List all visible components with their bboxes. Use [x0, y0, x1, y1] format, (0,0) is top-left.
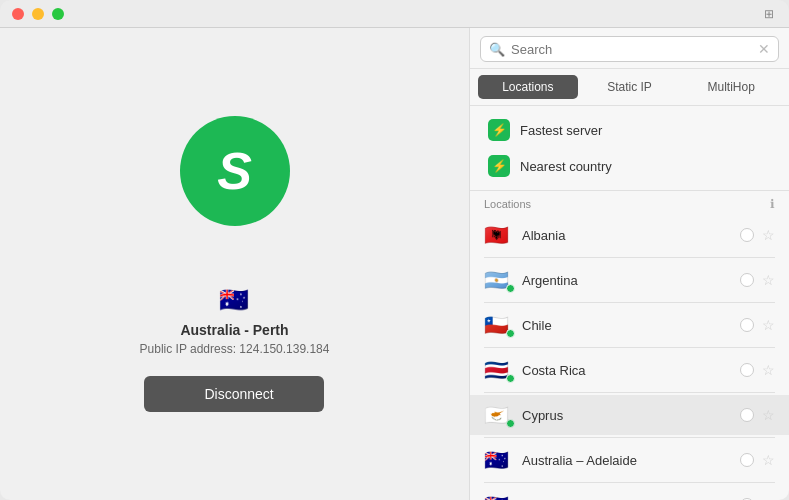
maximize-button[interactable] — [52, 8, 64, 20]
divider — [484, 482, 775, 483]
chile-actions: ☆ — [740, 317, 775, 333]
location-chile: Chile — [522, 318, 730, 333]
list-item[interactable]: 🇨🇾 Cyprus ☆ — [470, 395, 789, 435]
list-item[interactable]: 🇦🇷 Argentina ☆ — [470, 260, 789, 300]
adelaide-actions: ☆ — [740, 452, 775, 468]
locations-header: Locations ℹ — [470, 191, 789, 215]
list-item[interactable]: 🇦🇺 Australia – Adelaide ☆ — [470, 440, 789, 480]
flag-albania: 🇦🇱 — [484, 223, 512, 247]
connected-location: Australia - Perth — [180, 322, 288, 338]
costa-rica-favorite[interactable]: ☆ — [762, 362, 775, 378]
tab-static-ip[interactable]: Static IP — [580, 75, 680, 99]
adelaide-favorite[interactable]: ☆ — [762, 452, 775, 468]
title-bar: ⊞ — [0, 0, 789, 28]
tabs-bar: Locations Static IP MultiHop — [470, 69, 789, 106]
fastest-server-label: Fastest server — [520, 123, 602, 138]
search-icon: 🔍 — [489, 42, 505, 57]
divider — [484, 302, 775, 303]
flag-cyprus: 🇨🇾 — [484, 403, 512, 427]
costa-rica-select[interactable] — [740, 363, 754, 377]
albania-favorite[interactable]: ☆ — [762, 227, 775, 243]
clear-search-icon[interactable]: ✕ — [758, 41, 770, 57]
flag-argentina: 🇦🇷 — [484, 268, 512, 292]
close-button[interactable] — [12, 8, 24, 20]
list-item[interactable]: 🇨🇷 Costa Rica ☆ — [470, 350, 789, 390]
quick-options: ⚡ Fastest server ⚡ Nearest country — [470, 106, 789, 191]
bolt-icon-fastest: ⚡ — [488, 119, 510, 141]
logo-letter: S — [217, 145, 252, 197]
location-argentina: Argentina — [522, 273, 730, 288]
left-panel: S 🇦🇺 Australia - Perth Public IP address… — [0, 28, 469, 500]
minimize-button[interactable] — [32, 8, 44, 20]
divider — [484, 392, 775, 393]
argentina-favorite[interactable]: ☆ — [762, 272, 775, 288]
bolt-icon-nearest: ⚡ — [488, 155, 510, 177]
right-panel: 🔍 ✕ Locations Static IP MultiHop ⚡ Faste… — [469, 28, 789, 500]
chile-select[interactable] — [740, 318, 754, 332]
tab-locations[interactable]: Locations — [478, 75, 578, 99]
nearest-country-label: Nearest country — [520, 159, 612, 174]
location-list: 🇦🇱 Albania ☆ 🇦🇷 Argentina ☆ — [470, 215, 789, 500]
adelaide-select[interactable] — [740, 453, 754, 467]
connected-flag: 🇦🇺 — [219, 286, 249, 314]
window-icon: ⊞ — [761, 6, 777, 22]
argentina-actions: ☆ — [740, 272, 775, 288]
chile-favorite[interactable]: ☆ — [762, 317, 775, 333]
location-australia-adelaide: Australia – Adelaide — [522, 453, 730, 468]
nearest-country-option[interactable]: ⚡ Nearest country — [480, 148, 779, 184]
divider — [484, 437, 775, 438]
albania-select[interactable] — [740, 228, 754, 242]
ip-address: Public IP address: 124.150.139.184 — [140, 342, 330, 356]
search-input[interactable] — [511, 42, 758, 57]
location-costa-rica: Costa Rica — [522, 363, 730, 378]
divider — [484, 347, 775, 348]
flag-australia-perth: 🇦🇺 — [484, 493, 512, 500]
cyprus-actions: ☆ — [740, 407, 775, 423]
flag-costa-rica: 🇨🇷 — [484, 358, 512, 382]
list-item[interactable]: 🇦🇱 Albania ☆ — [470, 215, 789, 255]
search-input-wrap: 🔍 ✕ — [480, 36, 779, 62]
app-logo: S — [180, 116, 290, 226]
location-cyprus: Cyprus — [522, 408, 730, 423]
flag-australia-adelaide: 🇦🇺 — [484, 448, 512, 472]
fastest-server-option[interactable]: ⚡ Fastest server — [480, 112, 779, 148]
tab-multihop[interactable]: MultiHop — [681, 75, 781, 99]
disconnect-button[interactable]: Disconnect — [144, 376, 324, 412]
albania-actions: ☆ — [740, 227, 775, 243]
list-item[interactable]: 🇦🇺 Australia – Perth ☆ — [470, 485, 789, 500]
locations-section-label: Locations — [484, 198, 531, 210]
flag-chile: 🇨🇱 — [484, 313, 512, 337]
info-icon[interactable]: ℹ — [770, 197, 775, 211]
search-bar: 🔍 ✕ — [470, 28, 789, 69]
argentina-select[interactable] — [740, 273, 754, 287]
cyprus-favorite[interactable]: ☆ — [762, 407, 775, 423]
cyprus-select[interactable] — [740, 408, 754, 422]
main-content: S 🇦🇺 Australia - Perth Public IP address… — [0, 28, 789, 500]
costa-rica-actions: ☆ — [740, 362, 775, 378]
divider — [484, 257, 775, 258]
connection-info: 🇦🇺 Australia - Perth Public IP address: … — [140, 286, 330, 412]
location-albania: Albania — [522, 228, 730, 243]
list-item[interactable]: 🇨🇱 Chile ☆ — [470, 305, 789, 345]
